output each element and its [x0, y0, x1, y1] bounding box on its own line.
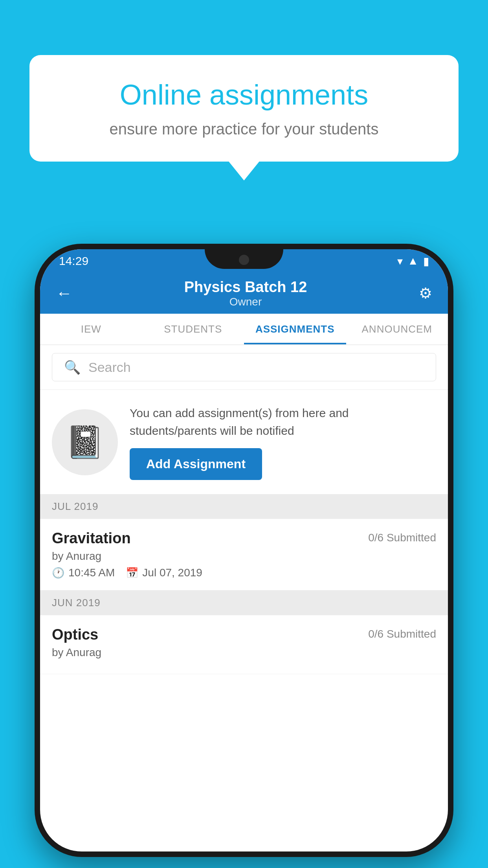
assignment-header-row-optics: Optics 0/6 Submitted — [52, 626, 436, 643]
speech-bubble-container: Online assignments ensure more practice … — [29, 55, 459, 162]
search-bar-container: 🔍 Search — [40, 345, 448, 389]
tabs-bar: IEW STUDENTS ASSIGNMENTS ANNOUNCEM — [40, 314, 448, 345]
tab-students[interactable]: STUDENTS — [142, 314, 244, 344]
speech-bubble-title: Online assignments — [57, 79, 431, 111]
tab-iew[interactable]: IEW — [40, 314, 142, 344]
assignment-date-gravitation: 📅 Jul 07, 2019 — [126, 566, 202, 579]
month-separator-jun: JUN 2019 — [40, 590, 448, 615]
promo-right: You can add assignment(s) from here and … — [130, 404, 436, 480]
assignment-time-value: 10:45 AM — [68, 566, 115, 579]
phone-frame: 14:29 ▾ ▲ ▮ ← Physics Batch 12 Owner ⚙ I… — [35, 244, 453, 857]
assignment-time-row: 🕐 10:45 AM 📅 Jul 07, 2019 — [52, 566, 436, 579]
status-icons: ▾ ▲ ▮ — [397, 255, 429, 268]
search-placeholder: Search — [88, 360, 131, 375]
tab-assignments[interactable]: ASSIGNMENTS — [244, 314, 346, 344]
assignment-date-value: Jul 07, 2019 — [142, 566, 202, 579]
notebook-icon: 📓 — [65, 424, 105, 461]
assignment-author-optics: by Anurag — [52, 646, 436, 659]
wifi-icon: ▾ — [397, 255, 403, 268]
assignment-name-gravitation: Gravitation — [52, 530, 131, 547]
speech-bubble: Online assignments ensure more practice … — [29, 55, 459, 162]
notch — [205, 249, 283, 269]
battery-icon: ▮ — [423, 255, 429, 268]
add-assignment-button[interactable]: Add Assignment — [130, 448, 262, 480]
calendar-icon: 📅 — [126, 567, 138, 579]
promo-text: You can add assignment(s) from here and … — [130, 404, 436, 440]
promo-icon-circle: 📓 — [52, 409, 118, 475]
search-bar[interactable]: 🔍 Search — [52, 353, 436, 381]
speech-bubble-subtitle: ensure more practice for your students — [57, 120, 431, 138]
assignment-item-gravitation[interactable]: Gravitation 0/6 Submitted by Anurag 🕐 10… — [40, 519, 448, 590]
phone-screen: 14:29 ▾ ▲ ▮ ← Physics Batch 12 Owner ⚙ I… — [40, 249, 448, 851]
status-time: 14:29 — [59, 254, 88, 268]
search-icon: 🔍 — [64, 359, 81, 375]
add-assignment-promo: 📓 You can add assignment(s) from here an… — [40, 390, 448, 494]
notch-camera — [239, 255, 249, 265]
assignment-header-row: Gravitation 0/6 Submitted — [52, 530, 436, 547]
assignment-name-optics: Optics — [52, 626, 98, 643]
back-button[interactable]: ← — [56, 284, 72, 303]
content-area: 🔍 Search 📓 You can add assignment(s) fro… — [40, 345, 448, 674]
assignment-time-gravitation: 🕐 10:45 AM — [52, 566, 115, 579]
settings-icon[interactable]: ⚙ — [419, 285, 432, 302]
assignment-item-optics[interactable]: Optics 0/6 Submitted by Anurag — [40, 615, 448, 674]
tab-announcements[interactable]: ANNOUNCEM — [346, 314, 448, 344]
signal-icon: ▲ — [407, 255, 418, 267]
assignment-submitted-gravitation: 0/6 Submitted — [368, 531, 436, 544]
assignment-author-gravitation: by Anurag — [52, 550, 436, 563]
header-center: Physics Batch 12 Owner — [184, 279, 307, 308]
app-header: ← Physics Batch 12 Owner ⚙ — [40, 273, 448, 314]
header-subtitle: Owner — [184, 296, 307, 308]
assignment-submitted-optics: 0/6 Submitted — [368, 628, 436, 640]
header-title: Physics Batch 12 — [184, 279, 307, 296]
month-separator-jul: JUL 2019 — [40, 494, 448, 519]
clock-icon: 🕐 — [52, 567, 64, 579]
